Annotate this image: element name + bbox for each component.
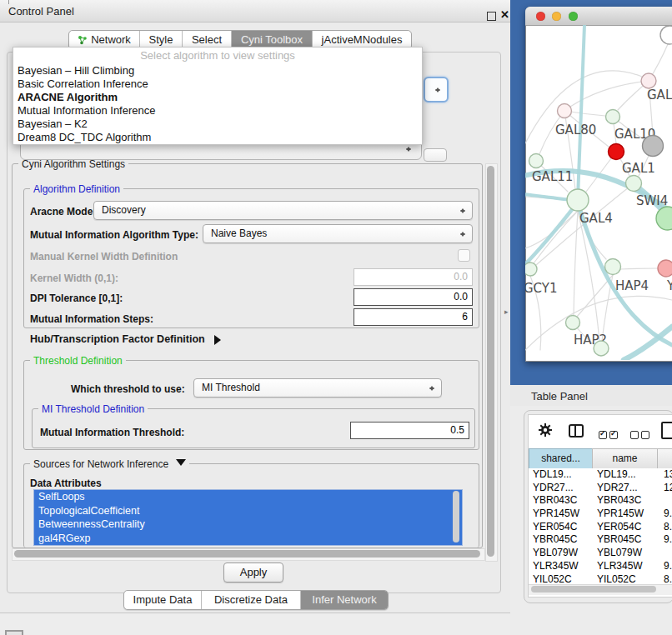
network-node[interactable] xyxy=(643,136,664,157)
table-row[interactable]: YER054C YER054C 8. xyxy=(529,521,672,534)
algorithm-dropdown-popup: Select algorithm to view settings Bayesi… xyxy=(13,47,423,145)
network-edge[interactable] xyxy=(620,268,658,269)
focused-combobox-fragment[interactable] xyxy=(424,77,449,102)
table-row[interactable]: YDL19... YDL19... 13 xyxy=(529,468,672,482)
network-node[interactable] xyxy=(658,260,672,277)
network-node[interactable] xyxy=(594,341,609,356)
network-window-titlebar[interactable] xyxy=(525,7,672,26)
network-node[interactable] xyxy=(660,26,672,44)
network-node[interactable] xyxy=(606,110,620,124)
column-header-name[interactable]: name xyxy=(592,448,658,469)
table-row[interactable]: YBR043C YBR043C xyxy=(529,494,672,508)
float-window-icon[interactable] xyxy=(487,12,496,21)
manual-kernel-checkbox[interactable] xyxy=(458,249,470,262)
zoom-traffic-light-icon[interactable] xyxy=(569,12,578,21)
network-node-label: SWI4 xyxy=(636,193,668,208)
table-row[interactable]: YBL079W YBL079W xyxy=(529,547,672,560)
algorithm-option[interactable]: Basic Correlation Inference xyxy=(13,78,422,91)
network-node[interactable] xyxy=(529,154,544,168)
horizontal-scrollbar-thumb[interactable] xyxy=(14,550,480,558)
which-threshold-select[interactable]: MI Threshold xyxy=(193,378,442,398)
network-node-label: GAL1 xyxy=(622,161,655,176)
network-node[interactable] xyxy=(567,189,589,211)
cell-name: YBL079W xyxy=(596,547,662,560)
aracne-mode-label: Aracne Mode: xyxy=(30,206,96,218)
cell-shared-name: YLR345W xyxy=(529,560,596,573)
mi-algorithm-type-select[interactable]: Naive Bayes xyxy=(203,224,473,243)
table-row[interactable]: YLR345W YLR345W 9. xyxy=(529,560,672,573)
algorithm-option[interactable]: Bayesian – Hill Climbing xyxy=(13,64,422,78)
network-node[interactable] xyxy=(525,262,537,276)
network-node[interactable] xyxy=(641,73,656,88)
algorithm-option[interactable]: Bayesian – K2 xyxy=(13,118,422,131)
kernel-width-field[interactable]: 0.0 xyxy=(354,268,473,286)
control-panel-titlebar[interactable]: Control Panel ✕ xyxy=(0,0,510,22)
apply-button[interactable]: Apply xyxy=(223,562,283,582)
dpi-tolerance-field[interactable]: 0.0 xyxy=(354,288,473,306)
hub-section-toggle[interactable]: Hub/Transcription Factor Definition xyxy=(30,333,226,345)
attribute-list-item-selected[interactable]: SelfLoops xyxy=(34,490,462,504)
algorithm-option[interactable]: ARACNE Algorithm xyxy=(13,91,422,104)
list-scrollbar-thumb[interactable] xyxy=(453,491,459,542)
tab-infer-network[interactable]: Infer Network xyxy=(300,591,388,609)
algorithm-option[interactable]: Dream8 DC_TDC Algorithm xyxy=(13,131,422,144)
sources-section-toggle[interactable]: Sources for Network Inference xyxy=(30,458,189,471)
screen: Control Panel ✕ Network Style Select Cyn… xyxy=(0,0,672,635)
tab-discretize-data[interactable]: Discretize Data xyxy=(201,591,300,609)
checked-box-icon xyxy=(609,431,618,439)
table-row[interactable]: YBR045C YBR045C 9. xyxy=(529,533,672,547)
aracne-mode-select[interactable]: Discovery xyxy=(93,201,473,220)
cell-value: 8. xyxy=(662,521,672,534)
tab-impute-data[interactable]: Impute Data xyxy=(124,591,201,609)
cell-name: YBR043C xyxy=(596,494,662,508)
network-edge[interactable] xyxy=(574,211,578,315)
attribute-list-item-selected[interactable]: gal4RGexp xyxy=(34,532,462,546)
table-body: YDL19... YDL19... 13 YDR27... YDR27... 1… xyxy=(529,468,672,584)
select-all-columns-icon[interactable] xyxy=(599,427,620,442)
deselect-all-columns-icon[interactable] xyxy=(630,427,652,442)
attribute-list-item-selected[interactable]: TopologicalCoefficient xyxy=(34,504,462,518)
splitter-handle-icon[interactable]: ▸ xyxy=(504,308,509,316)
selected-value: MI Threshold xyxy=(202,382,260,393)
mi-threshold-field[interactable]: 0.5 xyxy=(350,422,469,439)
close-icon[interactable]: ✕ xyxy=(500,8,509,21)
mi-steps-field[interactable]: 6 xyxy=(354,308,473,326)
network-node[interactable] xyxy=(566,316,580,330)
cell-name: YER054C xyxy=(596,521,662,534)
collapse-arrow-icon xyxy=(176,459,186,471)
network-edge[interactable] xyxy=(579,205,672,345)
gear-icon[interactable] xyxy=(538,422,553,438)
table-row[interactable]: YIL052C YIL052C 8. xyxy=(529,573,672,585)
network-node-label: Y xyxy=(666,278,672,293)
vertical-scrollbar-thumb[interactable] xyxy=(487,166,494,557)
group-title: MI Threshold Definition xyxy=(38,403,148,415)
show-columns-icon[interactable] xyxy=(569,424,584,438)
algorithm-option[interactable]: Mutual Information Inference xyxy=(13,104,422,118)
network-node[interactable] xyxy=(626,176,642,192)
minimize-traffic-light-icon[interactable] xyxy=(552,12,561,21)
obscured-combobox-fragment[interactable] xyxy=(424,148,447,162)
new-table-icon[interactable] xyxy=(661,422,672,439)
network-node[interactable] xyxy=(609,144,624,160)
column-header-clipped[interactable] xyxy=(657,448,672,469)
column-header-shared-name[interactable]: shared... xyxy=(529,448,593,469)
table-row[interactable]: YDR27... YDR27... 12 xyxy=(529,482,672,495)
network-edge[interactable] xyxy=(525,211,578,248)
table-row[interactable]: YPR145W YPR145W 9. xyxy=(529,508,672,521)
selected-value: Naive Bayes xyxy=(211,228,267,239)
attribute-list-item-selected[interactable]: BetweennessCentrality xyxy=(34,518,462,532)
mi-type-label: Mutual Information Algorithm Type: xyxy=(30,229,198,241)
table-horizontal-scrollbar-thumb[interactable] xyxy=(531,586,656,592)
sources-title: Sources for Network Inference xyxy=(33,458,168,470)
partial-icon xyxy=(5,630,23,635)
close-traffic-light-icon[interactable] xyxy=(536,12,545,21)
cell-name: YLR345W xyxy=(596,560,662,573)
network-edge[interactable] xyxy=(525,203,577,266)
network-edge[interactable] xyxy=(534,211,578,263)
network-canvas[interactable]: GALGAL80GAL10GAL1GAL11SWI4GAL4GCY1HAP4YH… xyxy=(525,25,672,360)
group-title: Cyni Algorithm Settings xyxy=(18,158,128,170)
network-node-label: GAL80 xyxy=(555,122,596,138)
network-node[interactable] xyxy=(558,104,572,118)
network-node[interactable] xyxy=(605,259,621,275)
cell-name: YPR145W xyxy=(596,508,662,521)
